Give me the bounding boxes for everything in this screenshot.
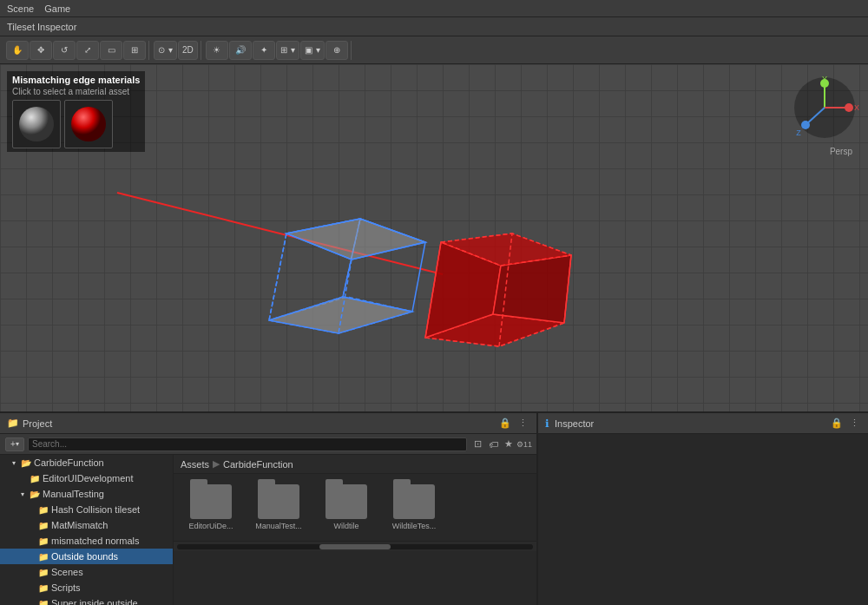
- file-item-label-wildtiletest: WildtileTes...: [392, 522, 437, 530]
- tree-item-label: CarbideFunction: [34, 457, 104, 468]
- svg-text:Y: Y: [822, 75, 827, 83]
- folder-icon: 📂: [30, 490, 40, 499]
- tree-item-manualtesting[interactable]: ▾ 📂 ManualTesting: [0, 486, 173, 502]
- inspector-panel: ℹ Inspector 🔒 ⋮: [538, 413, 868, 605]
- project-content: ▾ 📂 CarbideFunction 📁 EditorUIDevelopmen…: [0, 455, 536, 605]
- svg-text:X: X: [854, 103, 859, 112]
- folder-icon: 📂: [21, 458, 31, 468]
- breadcrumb-bar: Tileset Inspector: [0, 17, 868, 36]
- toolbar-btn-gizmos[interactable]: ⊕: [326, 41, 348, 60]
- tree-item-label: Outside bounds: [51, 551, 118, 562]
- path-carbidefunction[interactable]: CarbideFunction: [223, 459, 293, 470]
- toolbar-btn-audio[interactable]: 🔊: [229, 41, 252, 60]
- toolbar-btn-hand[interactable]: ✋: [6, 41, 29, 60]
- main-toolbar: ✋ ✥ ↺ ⤢ ▭ ⊞ ⊙ ▾ 2D ☀ 🔊 ✦ ⊞▾ ▣▾ ⊕: [0, 36, 868, 64]
- toolbar-group-pivot: ⊙ ▾ 2D: [151, 41, 201, 60]
- svg-marker-8: [286, 219, 425, 260]
- svg-point-28: [801, 121, 810, 129]
- axis-indicator: Y X Z: [790, 73, 859, 142]
- toolbar-2d-btn[interactable]: 2D: [178, 41, 198, 60]
- toolbar-btn-light[interactable]: ☀: [206, 41, 228, 60]
- tree-item-scenes[interactable]: 📁 Scenes: [0, 564, 173, 580]
- toolbar-btn-rect[interactable]: ▭: [100, 41, 122, 60]
- file-item-wildtile[interactable]: Wildtile: [316, 481, 377, 534]
- project-panel: 📁 Project 🔒 ⋮ + ▾ ⊡ 🏷 ★ ⚙ 11: [0, 413, 538, 605]
- toolbar-display-dropdown[interactable]: ▣▾: [300, 41, 325, 60]
- project-toolbar: + ▾ ⊡ 🏷 ★ ⚙ 11: [0, 434, 536, 455]
- toolbar-btn-rotate[interactable]: ↺: [53, 41, 76, 60]
- viewport-3d-scene: [0, 64, 868, 411]
- tree-item-superinsideoutside[interactable]: 📁 Super inside outside: [0, 595, 173, 605]
- tree-arrow: ▾: [21, 490, 30, 498]
- folder-icon: 📁: [38, 536, 49, 546]
- toolbar-btn-effects[interactable]: ✦: [253, 41, 275, 60]
- search-label-btn[interactable]: 🏷: [486, 437, 500, 451]
- project-panel-header-icons: 🔒 ⋮: [498, 417, 529, 431]
- folder-icon: 📁: [38, 521, 49, 530]
- search-input[interactable]: [28, 437, 467, 451]
- file-grid: EditorUiDe... ManualTest... Wildtile Wil…: [174, 474, 536, 541]
- folder-icon-editorui: [190, 484, 232, 519]
- bottom-panel: 📁 Project 🔒 ⋮ + ▾ ⊡ 🏷 ★ ⚙ 11: [0, 411, 868, 605]
- toolbar-btn-move[interactable]: ✥: [30, 41, 52, 60]
- tree-item-carbidefunction[interactable]: ▾ 📂 CarbideFunction: [0, 455, 173, 470]
- svg-point-25: [845, 103, 853, 112]
- file-count-badge: 11: [523, 440, 532, 449]
- folder-icon-wildtiletest: [393, 484, 435, 519]
- panel-options-btn[interactable]: ⋮: [516, 417, 529, 431]
- inspector-panel-header: ℹ Inspector 🔒 ⋮: [538, 413, 868, 434]
- svg-text:Z: Z: [796, 128, 801, 137]
- toolbar-pivot-dropdown[interactable]: ⊙ ▾: [154, 41, 177, 60]
- project-tab[interactable]: 📁 Project: [7, 418, 52, 429]
- tree-item-editorui[interactable]: 📁 EditorUIDevelopment: [0, 470, 173, 486]
- scrollbar-thumb[interactable]: [319, 544, 391, 549]
- folder-icon: 📁: [30, 474, 40, 483]
- toolbar-group-view: ☀ 🔊 ✦ ⊞▾ ▣▾ ⊕: [203, 41, 352, 60]
- file-item-label-wildtile: Wildtile: [333, 522, 358, 530]
- scrollbar-track: [177, 544, 533, 549]
- tree-item-scripts[interactable]: 📁 Scripts: [0, 580, 173, 595]
- scene-tab[interactable]: Scene: [7, 3, 34, 14]
- tree-item-hashcollision[interactable]: 📁 Hash Collision tileset: [0, 502, 173, 517]
- file-item-wildtiletest[interactable]: WildtileTes...: [384, 481, 444, 534]
- toolbar-btn-transform[interactable]: ⊞: [123, 41, 146, 60]
- search-filter-btn[interactable]: ⊡: [470, 437, 484, 451]
- game-tab[interactable]: Game: [44, 3, 70, 14]
- lock-btn[interactable]: 🔒: [498, 417, 512, 431]
- folder-icon: 📁: [38, 599, 49, 606]
- toolbar-layers-dropdown[interactable]: ⊞▾: [276, 41, 299, 60]
- inspector-lock-btn[interactable]: 🔒: [830, 417, 844, 431]
- tree-item-label: Scenes: [51, 567, 83, 577]
- folder-icon: 📁: [38, 505, 49, 515]
- folder-icon: 📁: [38, 552, 49, 562]
- search-params-btn[interactable]: ⚙ 11: [517, 437, 531, 451]
- file-item-label-editorui: EditorUiDe...: [188, 522, 233, 530]
- file-item-manualtesting[interactable]: ManualTest...: [248, 481, 309, 534]
- tree-item-label: EditorUIDevelopment: [43, 473, 134, 483]
- project-tab-icon: 📁: [7, 418, 19, 429]
- toolbar-btn-scale[interactable]: ⤢: [76, 41, 99, 60]
- path-assets[interactable]: Assets: [181, 459, 209, 470]
- inspector-tab-label: Inspector: [555, 418, 594, 429]
- inspector-options-btn[interactable]: ⋮: [847, 417, 861, 431]
- pivot-icon: ⊙: [158, 45, 165, 55]
- path-separator: ▶: [213, 458, 220, 470]
- tree-item-mismatchednormals[interactable]: 📁 mismatched normals: [0, 533, 173, 549]
- add-button[interactable]: + ▾: [5, 437, 24, 451]
- file-browser-scrollbar[interactable]: [174, 541, 536, 551]
- svg-marker-7: [269, 297, 412, 333]
- persp-label: Persp: [830, 147, 852, 156]
- inspector-info-icon: ℹ: [545, 418, 549, 430]
- folder-icon-manualtesting: [258, 484, 299, 519]
- project-panel-header: 📁 Project 🔒 ⋮: [0, 413, 536, 434]
- folder-icon-wildtile: [326, 484, 367, 519]
- top-menubar: Scene Game: [0, 0, 868, 17]
- search-star-btn[interactable]: ★: [502, 437, 516, 451]
- tree-item-matmismatch[interactable]: 📁 MatMismatch: [0, 517, 173, 533]
- tree-item-outsidebounds[interactable]: 📁 Outside bounds: [0, 549, 173, 564]
- tree-item-label: MatMismatch: [51, 520, 108, 530]
- tree-item-label: ManualTesting: [43, 489, 104, 499]
- tree-panel[interactable]: ▾ 📂 CarbideFunction 📁 EditorUIDevelopmen…: [0, 455, 174, 605]
- file-item-editorui[interactable]: EditorUiDe...: [181, 481, 241, 534]
- file-browser: Assets ▶ CarbideFunction EditorUiDe... M…: [174, 455, 536, 605]
